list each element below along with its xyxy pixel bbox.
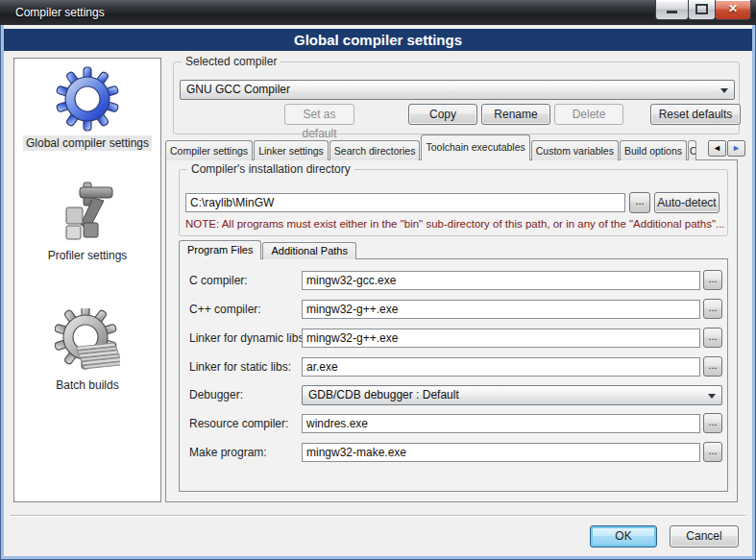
compiler-tabs: Compiler settings Linker settings Search… bbox=[165, 134, 708, 160]
sidebar-item-batch-builds[interactable]: Batch builds bbox=[14, 308, 160, 393]
maximize-icon[interactable] bbox=[688, 0, 716, 20]
compiler-settings-dialog: Compiler settings Global compiler settin… bbox=[0, 0, 756, 560]
tab-overflow-clipped[interactable]: O bbox=[688, 140, 696, 160]
selected-compiler-group-label: Selected compiler bbox=[182, 55, 280, 68]
installation-directory-group: Compiler's installation directory ... Au… bbox=[179, 169, 728, 236]
tab-linker-settings[interactable]: Linker settings bbox=[254, 140, 329, 160]
program-subtabs: Program Files Additional Paths bbox=[179, 240, 357, 259]
field-label: Make program: bbox=[189, 443, 267, 462]
field-label: Debugger: bbox=[189, 385, 243, 404]
make-program-input[interactable] bbox=[302, 443, 700, 462]
caliper-icon bbox=[55, 179, 120, 244]
install-note: NOTE: All programs must exist either in … bbox=[185, 218, 725, 230]
sidebar-item-label: Global compiler settings bbox=[23, 135, 152, 151]
auto-detect-button[interactable]: Auto-detect bbox=[654, 192, 719, 213]
browse-make-program-button[interactable]: ... bbox=[703, 442, 722, 462]
browse-resource-compiler-button[interactable]: ... bbox=[703, 413, 722, 433]
window-title: Compiler settings bbox=[15, 6, 105, 19]
cpp-compiler-input[interactable] bbox=[302, 300, 700, 319]
tab-scroll-right-icon[interactable]: ► bbox=[727, 140, 745, 157]
program-files-panel: C compiler: ... C++ compiler: ... Linker… bbox=[179, 258, 728, 492]
blue-gear-icon bbox=[55, 66, 120, 132]
ok-button[interactable]: OK bbox=[590, 525, 657, 548]
static-linker-input[interactable] bbox=[302, 357, 700, 377]
delete-button[interactable]: Delete bbox=[554, 104, 623, 125]
field-label: Linker for dynamic libs: bbox=[189, 329, 307, 348]
tab-custom-variables[interactable]: Custom variables bbox=[531, 140, 619, 160]
compiler-select[interactable]: GNU GCC Compiler bbox=[180, 80, 735, 100]
subtab-additional-paths[interactable]: Additional Paths bbox=[262, 242, 356, 259]
chevron-down-icon bbox=[720, 88, 728, 93]
gray-gear-stack-icon bbox=[55, 308, 120, 374]
tab-build-options[interactable]: Build options bbox=[620, 140, 687, 160]
titlebar[interactable]: Compiler settings bbox=[0, 0, 756, 25]
field-label: C++ compiler: bbox=[189, 300, 261, 319]
page-title-banner: Global compiler settings bbox=[4, 29, 752, 51]
browse-directory-button[interactable]: ... bbox=[629, 192, 650, 213]
selected-compiler-group: Selected compiler GNU GCC Compiler Set a… bbox=[173, 61, 740, 134]
field-label: C compiler: bbox=[189, 271, 248, 290]
browse-dynamic-linker-button[interactable]: ... bbox=[703, 328, 722, 348]
set-as-default-button[interactable]: Set as default bbox=[284, 104, 354, 125]
tab-search-directories[interactable]: Search directories bbox=[329, 140, 421, 160]
dialog-client-area: Global compiler settings bbox=[4, 25, 752, 556]
chevron-down-icon bbox=[708, 394, 716, 399]
sidebar-item-label: Batch builds bbox=[53, 377, 121, 393]
installation-directory-group-label: Compiler's installation directory bbox=[187, 162, 354, 176]
tab-toolchain-executables[interactable]: Toolchain executables bbox=[421, 134, 529, 160]
footer-divider bbox=[10, 515, 745, 517]
tab-scroll-left-icon[interactable]: ◄ bbox=[708, 140, 726, 157]
field-label: Resource compiler: bbox=[189, 414, 288, 433]
browse-cpp-compiler-button[interactable]: ... bbox=[703, 299, 722, 319]
sidebar-item-label: Profiler settings bbox=[45, 248, 131, 263]
browse-c-compiler-button[interactable]: ... bbox=[703, 270, 722, 290]
minimize-icon[interactable] bbox=[655, 0, 689, 20]
installation-directory-input[interactable] bbox=[185, 193, 625, 212]
resource-compiler-input[interactable] bbox=[302, 414, 700, 433]
tab-compiler-settings[interactable]: Compiler settings bbox=[165, 140, 253, 160]
sidebar-item-profiler-settings[interactable]: Profiler settings bbox=[14, 179, 160, 263]
dynamic-linker-input[interactable] bbox=[302, 329, 700, 348]
c-compiler-input[interactable] bbox=[302, 271, 700, 290]
debugger-select[interactable]: GDB/CDB debugger : Default bbox=[302, 385, 722, 405]
sidebar-item-global-compiler-settings[interactable]: Global compiler settings bbox=[14, 66, 160, 151]
copy-button[interactable]: Copy bbox=[408, 104, 477, 125]
page-title: Global compiler settings bbox=[4, 29, 752, 51]
cancel-button[interactable]: Cancel bbox=[670, 525, 739, 548]
rename-button[interactable]: Rename bbox=[481, 104, 550, 125]
browse-static-linker-button[interactable]: ... bbox=[703, 356, 722, 377]
reset-defaults-button[interactable]: Reset defaults bbox=[650, 104, 741, 125]
debugger-select-value: GDB/CDB debugger : Default bbox=[308, 388, 459, 402]
settings-sidebar: Global compiler settings Profi bbox=[13, 58, 161, 502]
subtab-program-files[interactable]: Program Files bbox=[179, 240, 261, 259]
close-icon[interactable] bbox=[715, 0, 751, 20]
compiler-select-value: GNU GCC Compiler bbox=[186, 83, 290, 96]
field-label: Linker for static libs: bbox=[189, 357, 291, 377]
